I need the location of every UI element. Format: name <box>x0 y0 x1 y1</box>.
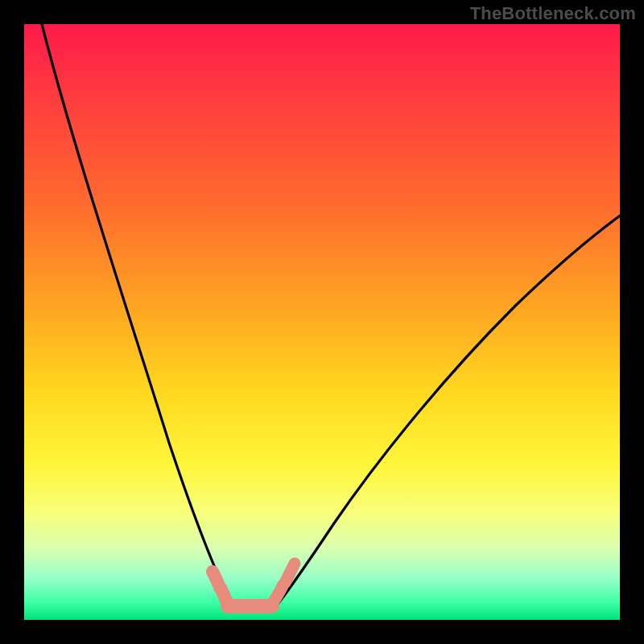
chart-svg <box>24 24 620 620</box>
right-curve <box>275 216 620 607</box>
valley-left-blobs <box>213 572 228 604</box>
chart-frame: TheBottleneck.com <box>0 0 644 644</box>
watermark-text: TheBottleneck.com <box>470 3 636 24</box>
left-curve <box>42 24 235 607</box>
